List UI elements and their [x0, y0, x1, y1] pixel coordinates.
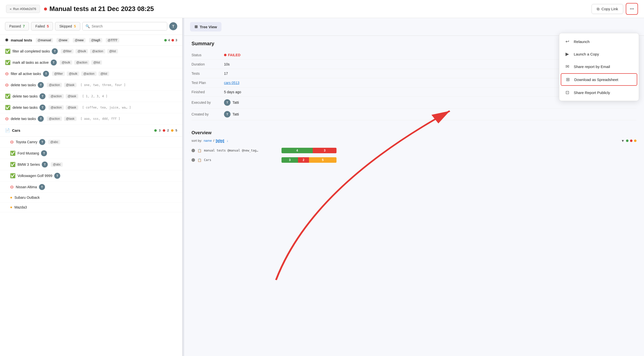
- pb-yellow: 5: [309, 157, 336, 163]
- passed-tab[interactable]: Passed 7: [5, 22, 29, 30]
- sort-label: sort by:: [192, 139, 202, 142]
- failed-tab[interactable]: Failed 5: [31, 22, 53, 30]
- sort-divider: /: [213, 139, 214, 142]
- filter-icon: ▼: [621, 139, 624, 143]
- tag: @task: [64, 116, 76, 121]
- list-item[interactable]: ✅ delete two tasks T @action @task [ cof…: [0, 102, 182, 113]
- page-title: Manual tests at 21 Dec 2023 08:25: [50, 5, 154, 13]
- test-name: mark all tasks as active: [12, 60, 49, 64]
- yellow-count: 5: [176, 128, 177, 132]
- test-plan-link[interactable]: cars 0513: [224, 81, 239, 85]
- back-button[interactable]: « Run #00eb2d76: [6, 5, 40, 13]
- skipped-tab[interactable]: Skipped 5: [55, 22, 80, 30]
- sort-name-link[interactable]: name: [204, 139, 212, 142]
- copy-link-label: Copy Link: [602, 7, 618, 11]
- dropdown-share-email[interactable]: ✉ Share report by Email: [559, 60, 639, 73]
- skipped-label: Skipped: [59, 24, 72, 28]
- overview-item-dot: [192, 149, 195, 152]
- avatar: T: [40, 104, 46, 110]
- dropdown-download-spreadsheet[interactable]: ⊞ Download as Spreadsheet: [561, 73, 637, 86]
- status-value: FAILED: [224, 53, 240, 57]
- dropdown-relaunch[interactable]: ↩ Relaunch: [559, 35, 639, 48]
- created-value: Tatti: [232, 112, 239, 116]
- relaunch-icon: ↩: [564, 39, 570, 44]
- copy-icon: ⧉: [597, 7, 600, 11]
- list-item[interactable]: ● Subaru Outback: [0, 193, 182, 202]
- fail-icon: ⊖: [10, 184, 14, 190]
- dropdown-launch-copy[interactable]: ▶ Launch a Copy: [559, 48, 639, 60]
- search-input[interactable]: [92, 24, 164, 28]
- filter-dot-green: [626, 140, 628, 142]
- tree-view-button[interactable]: ⊞ Tree View: [190, 22, 222, 32]
- pass-icon: ✅: [10, 173, 16, 178]
- tag: @bulk: [76, 49, 88, 54]
- dropdown-share-publicly[interactable]: ⊡ Share Report Publicly: [559, 86, 639, 99]
- progress-bar: 4 3: [282, 148, 336, 153]
- overview-item-icon: 📋: [198, 158, 202, 162]
- failed-label: Failed: [35, 24, 45, 28]
- creator-avatar: T: [224, 111, 230, 118]
- test-name: filter all active tasks: [11, 72, 41, 76]
- failed-count: 5: [47, 24, 49, 28]
- launch-copy-icon: ▶: [564, 51, 570, 57]
- list-item[interactable]: ✅ Volkswagen Golf 9999 T: [0, 170, 182, 182]
- header-title: Manual tests at 21 Dec 2023 08:25: [44, 5, 588, 13]
- test-name: delete two tasks: [12, 94, 38, 98]
- tree-view-icon: ⊞: [194, 24, 198, 29]
- list-item[interactable]: ✅ mark all tasks as active T @bulk @acti…: [0, 57, 182, 68]
- avatar: T: [41, 150, 47, 156]
- car-name: Subaru Outback: [14, 196, 40, 200]
- main-content: Passed 7 Failed 5 Skipped 5 🔍 T: [0, 18, 644, 356]
- pass-icon: ✅: [10, 150, 16, 156]
- manual-tests-section-header: ❋ manual tests @manual @new @new @tag5 @…: [0, 35, 182, 46]
- car-name: Toyota Camry: [16, 140, 37, 144]
- relaunch-label: Relaunch: [574, 40, 590, 44]
- pb-red: 2: [298, 157, 309, 163]
- sort-arrow: ↓: [227, 139, 228, 142]
- avatar: T: [54, 173, 60, 179]
- list-item[interactable]: ⊖ delete two tasks T @action @task [ aaa…: [0, 113, 182, 124]
- filter-tabs: Passed 7 Failed 5 Skipped 5 🔍 T: [0, 18, 182, 35]
- list-item[interactable]: ✅ delete two tasks T @action @task [ 1, …: [0, 91, 182, 102]
- list-item[interactable]: ✅ BMW 3 Series T @abc: [0, 159, 182, 170]
- list-item[interactable]: ⊖ filter all active tasks T @filter @bul…: [0, 68, 182, 80]
- list-item[interactable]: ✅ Ford Mustang T: [0, 148, 182, 159]
- right-panel: ⊞ Tree View Summary Status FAILED Durati…: [184, 18, 644, 356]
- list-item[interactable]: ⊖ Toyota Camry T @abc: [0, 136, 182, 148]
- overview-item-name: manual tests @manual @new_tag…: [204, 149, 279, 152]
- header: « Run #00eb2d76 Manual tests at 21 Dec 2…: [0, 0, 644, 18]
- search-box: 🔍: [82, 22, 168, 30]
- skip-icon: ●: [10, 205, 12, 210]
- list-item[interactable]: ● Mazda3: [0, 202, 182, 212]
- more-options-button[interactable]: ···: [626, 3, 638, 15]
- finished-value: 5 days ago: [224, 90, 241, 94]
- red-dot: [163, 129, 165, 132]
- tag-new1: @new: [56, 38, 69, 42]
- list-item[interactable]: ⊖ delete two tasks T @action @task [ one…: [0, 80, 182, 91]
- passed-count: 7: [23, 24, 25, 28]
- share-email-label: Share report by Email: [574, 64, 610, 69]
- test-param: [ coffee, tea, juice, wa… ]: [82, 106, 131, 109]
- test-tags: @action @task: [48, 94, 78, 98]
- launch-copy-label: Launch a Copy: [574, 52, 599, 56]
- car-name: Nissan Altima: [16, 185, 37, 189]
- tag: @bulk: [67, 72, 79, 76]
- pb-green: 3: [282, 157, 298, 163]
- duration-label: Duration: [192, 62, 224, 66]
- overview-title: Overview: [192, 130, 636, 136]
- tag: @task: [66, 94, 78, 98]
- skipped-count: 5: [74, 24, 76, 28]
- sort-row: sort by: name / failed ↓ ▼: [192, 138, 636, 143]
- tag: @action: [81, 72, 96, 76]
- summary-row-created: Created by T Tatti: [192, 108, 636, 120]
- copy-link-button[interactable]: ⧉ Copy Link: [592, 4, 624, 14]
- fail-icon: ⊖: [5, 71, 9, 76]
- list-item[interactable]: ⊖ Nissan Altima T: [0, 182, 182, 193]
- tag-7777: @7777: [106, 38, 119, 42]
- avatar: T: [40, 93, 46, 99]
- executed-value: Tatti: [232, 100, 239, 104]
- sort-failed-link[interactable]: failed: [216, 138, 224, 143]
- avatar: T: [38, 116, 44, 122]
- status-dot: [44, 8, 47, 10]
- list-item[interactable]: ✅ filter all completed tasks T @filter @…: [0, 46, 182, 57]
